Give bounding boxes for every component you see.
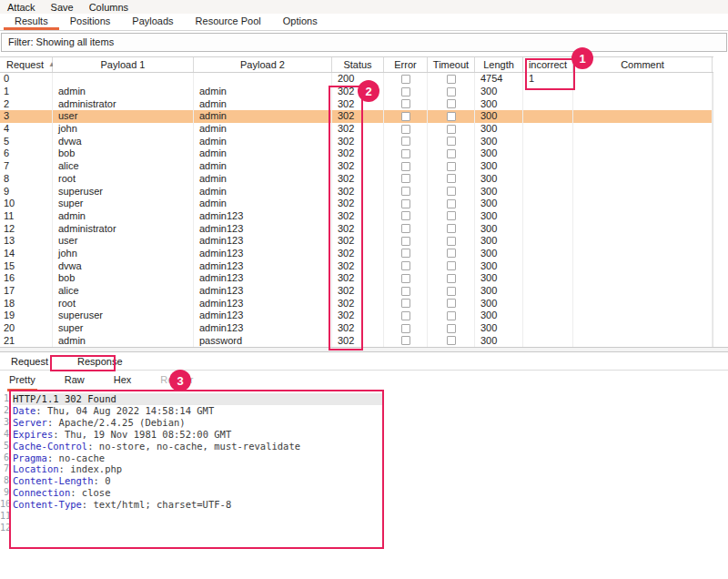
cell-payload1: admin [53,86,194,98]
error-checkbox[interactable] [401,261,410,270]
timeout-checkbox[interactable] [447,75,456,84]
column-header-status[interactable]: Status [332,57,384,72]
timeout-checkbox[interactable] [447,224,456,233]
cell-incorrect [523,86,573,98]
table-row[interactable]: 16bobadmin123302300 [0,272,713,285]
tab-request[interactable]: Request [9,356,50,367]
table-row[interactable]: 020047541 [0,73,713,86]
tab-response[interactable]: Response [76,356,125,367]
timeout-checkbox[interactable] [447,162,456,171]
line-content: Cache-Control: no-store, no-cache, must-… [13,441,384,452]
error-checkbox[interactable] [401,224,410,233]
error-checkbox[interactable] [401,99,410,108]
table-row[interactable]: 14johnadmin123302300 [0,248,713,260]
cell-timeout [428,110,475,123]
timeout-checkbox[interactable] [447,174,456,183]
table-row[interactable]: 4johnadmin302300 [0,123,713,136]
tab-options[interactable]: Options [272,14,329,30]
table-row[interactable]: 5dvwaadmin302300 [0,135,713,147]
table-row[interactable]: 12administratoradmin123302300 [0,222,713,235]
cell-payload1: dvwa [53,259,194,272]
timeout-checkbox[interactable] [447,299,456,308]
column-header-request[interactable]: Request ▲ [0,57,53,72]
error-checkbox[interactable] [401,336,410,345]
error-checkbox[interactable] [401,237,410,246]
table-row[interactable]: 20superadmin123302300 [0,322,713,335]
tab-hex[interactable]: Hex [112,371,134,391]
timeout-checkbox[interactable] [447,324,456,333]
column-header-payload1[interactable]: Payload 1 [53,57,194,72]
error-checkbox[interactable] [401,287,410,296]
timeout-checkbox[interactable] [447,125,456,134]
response-viewer[interactable]: 1HTTP/1.1 302 Found2Date: Thu, 04 Aug 20… [0,391,728,534]
timeout-checkbox[interactable] [447,237,456,246]
timeout-checkbox[interactable] [447,311,456,320]
tab-payloads[interactable]: Payloads [121,14,184,30]
timeout-checkbox[interactable] [447,211,456,220]
error-checkbox[interactable] [401,324,410,333]
column-header-comment[interactable]: Comment [573,57,713,72]
table-row[interactable]: 13useradmin123302300 [0,235,713,248]
menu-save[interactable]: Save [51,2,74,13]
table-row[interactable]: 15dvwaadmin123302300 [0,259,713,272]
error-checkbox[interactable] [401,249,410,258]
column-header-error[interactable]: Error [384,57,428,72]
table-row[interactable]: 11adminadmin123302300 [0,210,713,223]
table-row[interactable]: 19superuseradmin123302300 [0,310,713,322]
timeout-checkbox[interactable] [447,261,456,270]
table-row[interactable]: 10superadmin302300 [0,198,713,210]
tab-resource-pool[interactable]: Resource Pool [185,14,272,30]
column-header-length[interactable]: Length [475,57,523,72]
table-row[interactable]: 18rootadmin123302300 [0,297,713,310]
timeout-checkbox[interactable] [447,249,456,258]
table-row[interactable]: 6bobadmin302300 [0,147,713,160]
tab-positions[interactable]: Positions [59,14,122,30]
table-row[interactable]: 17aliceadmin123302300 [0,285,713,298]
timeout-checkbox[interactable] [447,199,456,208]
timeout-checkbox[interactable] [447,274,456,283]
column-header-payload2[interactable]: Payload 2 [194,57,332,72]
error-checkbox[interactable] [401,187,410,196]
table-row[interactable]: 7aliceadmin302300 [0,160,713,173]
menu-attack[interactable]: Attack [7,2,35,13]
column-header-incorrect[interactable]: incorrect [523,57,573,72]
error-checkbox[interactable] [401,75,410,84]
table-row[interactable]: 8rootadmin302300 [0,173,713,186]
table-row[interactable]: 3useradmin302300 [0,110,713,123]
error-checkbox[interactable] [401,137,410,146]
header-name: Pragma [13,452,47,463]
error-checkbox[interactable] [401,162,410,171]
menu-columns[interactable]: Columns [89,2,128,13]
table-row[interactable]: 21adminpassword302300 [0,334,713,347]
timeout-checkbox[interactable] [447,287,456,296]
cell-payload2: admin123 [194,272,332,285]
error-checkbox[interactable] [401,274,410,283]
error-checkbox[interactable] [401,149,410,158]
tab-results[interactable]: Results [4,14,59,30]
timeout-checkbox[interactable] [447,112,456,121]
cell-incorrect [523,272,573,285]
error-checkbox[interactable] [401,87,410,96]
timeout-checkbox[interactable] [447,187,456,196]
column-header-timeout[interactable]: Timeout [428,57,475,72]
timeout-checkbox[interactable] [447,149,456,158]
timeout-checkbox[interactable] [447,99,456,108]
error-checkbox[interactable] [401,125,410,134]
timeout-checkbox[interactable] [447,336,456,345]
timeout-checkbox[interactable] [447,87,456,96]
table-row[interactable]: 2administratoradmin302300 [0,97,713,110]
cell-request: 17 [0,285,53,298]
tab-raw[interactable]: Raw [63,371,86,391]
error-checkbox[interactable] [401,199,410,208]
error-checkbox[interactable] [401,174,410,183]
error-checkbox[interactable] [401,311,410,320]
error-checkbox[interactable] [401,211,410,220]
error-checkbox[interactable] [401,299,410,308]
table-row[interactable]: 1adminadmin302300 [0,86,713,98]
table-row[interactable]: 9superuseradmin302300 [0,185,713,198]
tab-pretty[interactable]: Pretty [7,371,37,391]
filter-bar[interactable]: Filter: Showing all items [1,33,727,52]
cell-length: 300 [475,334,523,347]
timeout-checkbox[interactable] [447,137,456,146]
error-checkbox[interactable] [401,112,410,121]
